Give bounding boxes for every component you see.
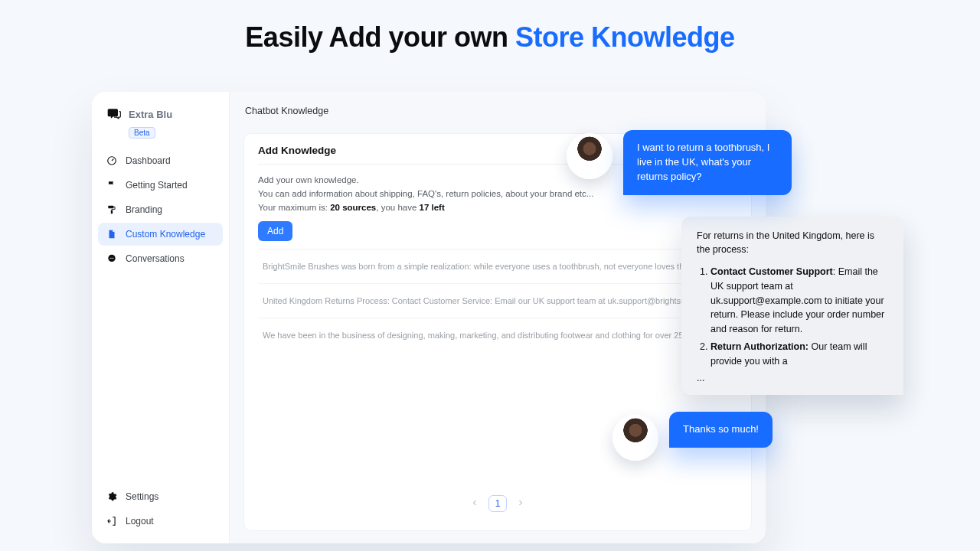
sidebar-item-branding[interactable]: Branding xyxy=(98,198,223,221)
hero-title: Easily Add your own Store Knowledge xyxy=(0,0,980,54)
brand-block: Extra Blu xyxy=(98,103,223,124)
svg-point-5 xyxy=(111,258,112,259)
sidebar-nav: Dashboard Getting Started Branding Custo… xyxy=(98,149,223,485)
limits-have: , you have xyxy=(376,203,419,212)
document-icon xyxy=(106,228,118,240)
gauge-icon xyxy=(106,155,118,167)
sidebar-item-getting-started[interactable]: Getting Started xyxy=(98,174,223,197)
chat-icon xyxy=(106,253,118,265)
svg-point-6 xyxy=(113,258,113,259)
list-item[interactable]: We have been in the business of designin… xyxy=(258,318,737,352)
chevron-right-icon xyxy=(516,498,525,507)
sidebar-item-label: Getting Started xyxy=(126,180,188,191)
paint-roller-icon xyxy=(106,204,118,216)
hero-title-pre: Easily Add your own xyxy=(245,21,515,53)
list-item[interactable]: BrightSmile Brushes was born from a simp… xyxy=(258,249,737,283)
svg-rect-2 xyxy=(111,210,113,214)
add-button[interactable]: Add xyxy=(258,221,292,241)
sidebar-item-label: Conversations xyxy=(126,253,185,264)
sidebar-item-conversations[interactable]: Conversations xyxy=(98,247,223,270)
add-knowledge-panel: Add Knowledge Add your own knowledge. Yo… xyxy=(243,133,752,531)
list-item[interactable]: United Kingdom Returns Process: Contact … xyxy=(258,283,737,318)
sidebar-item-label: Custom Knowledge xyxy=(126,229,205,240)
pager-current[interactable]: 1 xyxy=(488,495,508,512)
hero-title-accent: Store Knowledge xyxy=(515,21,735,53)
panel-title: Add Knowledge xyxy=(258,145,737,165)
svg-rect-1 xyxy=(108,206,113,209)
brand-logo-icon xyxy=(106,106,122,122)
sidebar-item-logout[interactable]: Logout xyxy=(98,510,223,533)
brand-name: Extra Blu xyxy=(129,109,172,120)
sidebar-item-dashboard[interactable]: Dashboard xyxy=(98,149,223,172)
sidebar-item-label: Branding xyxy=(126,204,162,215)
panel-desc-1: Add your own knowledge. xyxy=(258,175,737,184)
knowledge-list: BrightSmile Brushes was born from a simp… xyxy=(258,249,737,352)
panel-desc-2: You can add information about shipping, … xyxy=(258,189,737,198)
gear-icon xyxy=(106,491,118,503)
sidebar: Extra Blu Beta Dashboard Getting Started xyxy=(92,92,230,543)
sidebar-item-label: Settings xyxy=(126,491,158,502)
limits-max: 20 sources xyxy=(330,203,376,212)
page-title: Chatbot Knowledge xyxy=(243,106,752,116)
sidebar-item-label: Dashboard xyxy=(126,155,171,166)
pager-prev[interactable] xyxy=(467,497,482,511)
sidebar-item-settings[interactable]: Settings xyxy=(98,485,223,508)
main-content: Chatbot Knowledge Add Knowledge Add your… xyxy=(230,92,766,543)
beta-badge: Beta xyxy=(129,127,155,139)
flag-icon xyxy=(106,179,118,191)
pagination: 1 xyxy=(258,487,737,512)
sidebar-item-label: Logout xyxy=(126,516,154,527)
panel-limits: Your maximum is: 20 sources, you have 17… xyxy=(258,203,737,212)
app-window: Extra Blu Beta Dashboard Getting Started xyxy=(92,92,766,543)
logout-icon xyxy=(106,515,118,527)
pager-next[interactable] xyxy=(513,497,528,511)
limits-pre: Your maximum is: xyxy=(258,203,330,212)
svg-point-4 xyxy=(110,258,111,259)
sidebar-bottom: Settings Logout xyxy=(98,485,223,533)
limits-left: 17 left xyxy=(420,203,445,212)
chevron-left-icon xyxy=(470,498,479,507)
sidebar-item-custom-knowledge[interactable]: Custom Knowledge xyxy=(98,223,223,246)
